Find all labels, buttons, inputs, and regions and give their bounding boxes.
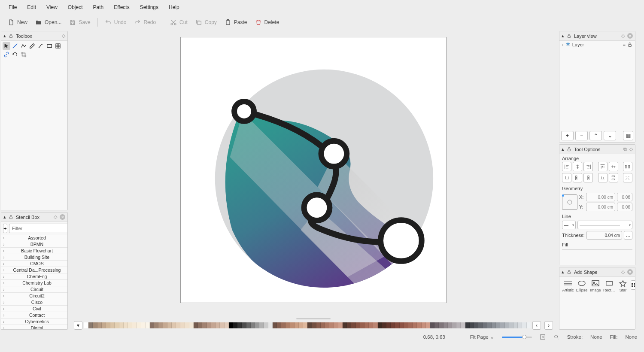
swatch[interactable]: [194, 322, 198, 328]
swatch[interactable]: [413, 322, 417, 328]
align-center-h-button[interactable]: [573, 162, 582, 171]
panel-menu-icon[interactable]: ◇: [621, 269, 625, 275]
swatch[interactable]: [513, 322, 518, 328]
swatch[interactable]: [351, 322, 355, 328]
swatch[interactable]: [465, 322, 470, 328]
dist-left-button[interactable]: [573, 173, 582, 182]
swatch[interactable]: [229, 322, 233, 328]
collapse-icon[interactable]: ▴: [3, 33, 6, 39]
menu-path[interactable]: Path: [89, 2, 108, 13]
tool-poly[interactable]: [20, 42, 27, 50]
tool-grid[interactable]: [54, 42, 62, 50]
swatch-scroll-right[interactable]: ›: [544, 321, 553, 330]
swatch[interactable]: [277, 322, 281, 328]
swatch[interactable]: [408, 322, 413, 328]
swatch[interactable]: [115, 322, 119, 328]
swatch[interactable]: [211, 322, 216, 328]
stencil-add-button[interactable]: +: [3, 224, 7, 233]
swatch[interactable]: [422, 322, 426, 328]
paste-button[interactable]: Paste: [221, 17, 251, 28]
swatch[interactable]: [128, 322, 132, 328]
swatch[interactable]: [106, 322, 110, 328]
swatch-prev-button[interactable]: ▾: [74, 321, 82, 330]
swatch[interactable]: [124, 322, 128, 328]
swatch[interactable]: [404, 322, 408, 328]
swatch[interactable]: [382, 322, 386, 328]
panel-menu-icon[interactable]: ◇: [621, 33, 625, 39]
swatch[interactable]: [321, 322, 325, 328]
tool-crop[interactable]: [20, 51, 27, 58]
shape-artistic[interactable]: Artistic: [562, 279, 574, 292]
swatch[interactable]: [246, 322, 251, 328]
swatch[interactable]: [434, 322, 439, 328]
tool-options-header[interactable]: ▴ Tool Options ⧉ ◇: [559, 145, 635, 154]
page[interactable]: [180, 37, 447, 303]
dist-v-button[interactable]: [609, 173, 618, 182]
scroll-thumb-h[interactable]: [296, 318, 331, 319]
swatch[interactable]: [84, 322, 88, 328]
toolbox-header[interactable]: ▴ Toolbox ◇: [1, 31, 67, 41]
swatch[interactable]: [255, 322, 259, 328]
swatch[interactable]: [492, 322, 496, 328]
stencil-item[interactable]: ›Cisco: [1, 299, 67, 306]
menu-view[interactable]: View: [42, 2, 62, 13]
stencil-item[interactable]: ›CMOS: [1, 261, 67, 267]
stencil-item[interactable]: ›Chemistry Lab: [1, 280, 67, 286]
layer-add-button[interactable]: +: [561, 131, 574, 140]
swatch[interactable]: [299, 322, 303, 328]
swatch[interactable]: [417, 322, 421, 328]
tool-link[interactable]: [3, 51, 10, 58]
menu-effects[interactable]: Effects: [109, 2, 134, 13]
thickness-more-button[interactable]: …: [624, 231, 632, 240]
swatch[interactable]: [391, 322, 395, 328]
shape-ellipse[interactable]: Ellipse: [576, 279, 588, 292]
detach-icon[interactable]: ⧉: [623, 146, 627, 152]
swatch[interactable]: [395, 322, 399, 328]
swatch[interactable]: [347, 322, 351, 328]
dist-center-button[interactable]: [583, 173, 593, 182]
swatch[interactable]: [439, 322, 443, 328]
stencil-item[interactable]: ›Civil: [1, 306, 67, 312]
swatch[interactable]: [290, 322, 295, 328]
panel-menu-icon[interactable]: ◇: [54, 214, 57, 220]
fill-value[interactable]: None: [626, 334, 638, 340]
swatch[interactable]: [400, 322, 404, 328]
panel-menu-icon[interactable]: ◇: [629, 146, 633, 152]
swatch[interactable]: [338, 322, 343, 328]
shapes-more-button[interactable]: [631, 280, 635, 290]
swatch[interactable]: [474, 322, 478, 328]
stencil-item[interactable]: ›Digital: [1, 325, 67, 329]
layer-root-row[interactable]: › Layer ≡: [559, 41, 635, 49]
align-middle-button[interactable]: [609, 162, 618, 171]
expand-icon[interactable]: ›: [562, 42, 564, 47]
zoom-to-fit-icon[interactable]: [540, 334, 546, 340]
swatch[interactable]: [88, 322, 93, 328]
new-button[interactable]: New: [4, 17, 31, 28]
swatch[interactable]: [268, 322, 273, 328]
swatch[interactable]: [343, 322, 347, 328]
swatch[interactable]: [242, 322, 246, 328]
layer-up-button[interactable]: ⌃: [589, 131, 602, 140]
stencil-item[interactable]: ›Building Site: [1, 254, 67, 261]
swatch[interactable]: [97, 322, 102, 328]
layer-remove-button[interactable]: −: [575, 131, 588, 140]
stencil-item[interactable]: ›Circuit2: [1, 293, 67, 299]
anchor-picker[interactable]: [562, 194, 577, 210]
collapse-icon[interactable]: ▴: [3, 214, 6, 220]
tool-rect[interactable]: [46, 42, 53, 50]
zoom-slider[interactable]: [502, 337, 532, 338]
menu-settings[interactable]: Settings: [136, 2, 163, 13]
h-input[interactable]: 0.00: [617, 203, 632, 211]
layer-grid-button[interactable]: ▦: [623, 131, 633, 140]
layer-view-header[interactable]: ▴ Layer view ◇ ✕: [559, 31, 635, 41]
swatch[interactable]: [237, 322, 242, 328]
swatch[interactable]: [137, 322, 141, 328]
swatch[interactable]: [158, 322, 163, 328]
stencil-item[interactable]: ›Circuit: [1, 286, 67, 293]
swatch[interactable]: [334, 322, 338, 328]
align-bottom-button[interactable]: [562, 173, 571, 182]
swatch[interactable]: [163, 322, 167, 328]
swatch[interactable]: [303, 322, 307, 328]
stroke-value[interactable]: None: [590, 334, 602, 340]
swatch[interactable]: [154, 322, 158, 328]
